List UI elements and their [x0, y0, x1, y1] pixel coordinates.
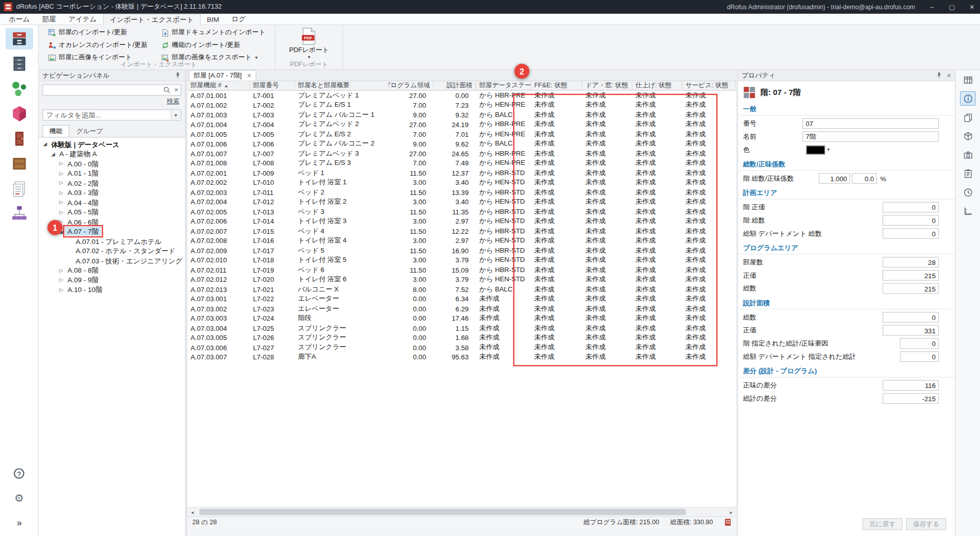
- column-header-2[interactable]: 部屋名と部屋概要: [295, 81, 389, 90]
- right-tool-cube[interactable]: [960, 129, 976, 143]
- expander-expanded-icon[interactable]: ◢: [50, 151, 57, 157]
- expander-collapsed-icon[interactable]: ▷: [58, 180, 65, 186]
- expander-collapsed-icon[interactable]: ▷: [58, 161, 65, 166]
- tree-item-database-root[interactable]: ◢体験版 | データベース: [39, 139, 185, 149]
- property-input-program-gross[interactable]: [883, 283, 939, 294]
- right-tool-camera[interactable]: [960, 148, 976, 162]
- right-tool-clipboard[interactable]: [960, 166, 976, 181]
- property-input-design-gross[interactable]: [883, 312, 939, 323]
- menu-tab-import-export[interactable]: インポート・エクスポート: [103, 14, 200, 25]
- ribbon-button-import-occurrences[interactable]: オカレンスのインポート/更新: [46, 40, 150, 50]
- table-row[interactable]: A.07.01.001L7-001プレミアムベッド 127.000.00から H…: [187, 91, 736, 101]
- expander-collapsed-icon[interactable]: ▷: [58, 277, 65, 283]
- column-header-0[interactable]: 部屋機能 #▲: [187, 81, 250, 90]
- module-reports[interactable]: [5, 178, 33, 200]
- right-tool-measure[interactable]: [960, 204, 976, 218]
- expander-collapsed-icon[interactable]: ▷: [58, 200, 65, 205]
- module-systems[interactable]: [5, 78, 33, 100]
- table-row[interactable]: A.07.02.012L7-020トイレ付 浴室 63.003.79から HEN…: [187, 275, 736, 284]
- tree-item-floor-a02[interactable]: ▷A.02 - 2階: [39, 178, 185, 188]
- table-row[interactable]: A.07.03.003L7-024階段0.0017.46未作成未作成未作成未作成…: [187, 313, 736, 323]
- table-row[interactable]: A.07.02.004L7-012トイレ付 浴室 23.003.40から HEN…: [187, 197, 736, 207]
- right-tool-copy[interactable]: [960, 110, 976, 125]
- property-input-gross-diff[interactable]: [883, 393, 939, 404]
- column-header-6[interactable]: FF&E: 状態: [531, 81, 582, 90]
- expander-expanded-icon[interactable]: ◢: [41, 141, 49, 147]
- property-input-planned-gross[interactable]: [883, 215, 939, 226]
- property-input-program-net[interactable]: [883, 270, 939, 281]
- property-input-gross-net-factor-percent[interactable]: [852, 173, 877, 184]
- search-link[interactable]: 検索: [44, 97, 179, 106]
- close-tab-icon[interactable]: ✕: [247, 72, 251, 79]
- search-input[interactable]: [42, 84, 181, 95]
- table-row[interactable]: A.07.02.006L7-014トイレ付 浴室 33.002.97から HEN…: [187, 216, 736, 226]
- nav-tab-groups[interactable]: グループ: [69, 125, 110, 137]
- undo-button[interactable]: 元に戻す: [863, 518, 902, 530]
- expander-collapsed-icon[interactable]: ▷: [58, 170, 65, 176]
- tree-item-floor-a05[interactable]: ▷A.05 - 5階: [39, 207, 185, 217]
- property-input-name[interactable]: [802, 131, 939, 142]
- property-input-planned-dept-gross[interactable]: [883, 228, 939, 239]
- table-row[interactable]: A.07.03.004L7-025スプリンクラー0.001.15未作成未作成未作…: [187, 323, 736, 333]
- pin-icon[interactable]: [174, 72, 181, 79]
- table-row[interactable]: A.07.03.002L7-023エレベーター0.006.29未作成未作成未作成…: [187, 304, 736, 313]
- column-header-8[interactable]: 仕上げ: 状態: [632, 81, 682, 90]
- settings-gear-icon[interactable]: ⚙: [14, 493, 24, 504]
- ribbon-button-import-room-docs[interactable]: 部屋ドキュメントのインポート: [159, 28, 267, 38]
- property-input-net-diff[interactable]: [883, 380, 939, 391]
- property-input-design-net[interactable]: [883, 325, 939, 336]
- table-row[interactable]: A.07.02.013L7-021バルコニー X8.007.52から BALC未…: [187, 284, 736, 294]
- pin-icon[interactable]: [936, 72, 943, 79]
- expand-chevrons-icon[interactable]: »: [17, 517, 21, 528]
- save-button[interactable]: 保存する: [906, 518, 946, 530]
- clear-search-icon[interactable]: ✕: [174, 87, 179, 93]
- ribbon-button-import-functions[interactable]: 機能のインポート/更新: [159, 40, 267, 50]
- table-row[interactable]: A.07.03.007L7-028廊下A0.0095.63未作成未作成未作成未作…: [187, 352, 736, 362]
- pdf-report-button[interactable]: PDF PDFレポート ▼: [285, 27, 333, 60]
- column-header-7[interactable]: ドア・窓: 状態: [582, 81, 632, 90]
- table-row[interactable]: A.07.03.006L7-027スプリンクラー0.003.58未作成未作成未作…: [187, 343, 736, 352]
- horizontal-scrollbar[interactable]: ◂ ▸: [187, 507, 736, 516]
- property-input-planned-net[interactable]: [883, 202, 939, 213]
- scroll-left-icon[interactable]: ◂: [187, 509, 198, 515]
- tree-item-floor-a03[interactable]: ▷A.03 - 3階: [39, 188, 185, 198]
- expander-collapsed-icon[interactable]: ▷: [58, 209, 65, 215]
- property-input-gross-net-factor-factor[interactable]: [819, 173, 850, 184]
- tree-item-floor-a08[interactable]: ▷A.08 - 8階: [39, 265, 185, 275]
- column-header-1[interactable]: 部屋番号: [250, 81, 295, 90]
- module-bim[interactable]: [5, 103, 33, 125]
- menu-tab-bim[interactable]: BIM: [201, 14, 225, 25]
- search-icon[interactable]: [163, 86, 171, 94]
- property-input-number[interactable]: [802, 118, 939, 129]
- minimize-button[interactable]: –: [924, 0, 940, 14]
- table-row[interactable]: A.07.01.003L7-003プレミアム バルコニー 19.009.32から…: [187, 110, 736, 120]
- help-button[interactable]: ?: [14, 468, 24, 479]
- expander-collapsed-icon[interactable]: ▷: [58, 190, 65, 196]
- ribbon-button-import-rooms[interactable]: 部屋のインポート/更新: [46, 28, 150, 38]
- scrollbar-thumb[interactable]: [199, 509, 685, 515]
- menu-tab-items[interactable]: アイテム: [62, 14, 103, 25]
- table-row[interactable]: A.07.03.005L7-026スプリンクラー0.001.68未作成未作成未作…: [187, 333, 736, 343]
- column-header-9[interactable]: サービス: 状態: [682, 81, 736, 90]
- close-panel-icon[interactable]: ✕: [946, 72, 951, 78]
- module-org[interactable]: [5, 203, 33, 225]
- table-row[interactable]: A.07.02.007L7-015ベッド 411.5012.22から HBR-S…: [187, 226, 736, 236]
- nav-tab-functions[interactable]: 機能: [42, 125, 69, 137]
- property-input-room-count[interactable]: [883, 257, 939, 267]
- table-row[interactable]: A.07.02.011L7-019ベッド 611.5015.09から HBR-S…: [187, 265, 736, 275]
- right-tool-info[interactable]: [960, 91, 976, 106]
- expander-collapsed-icon[interactable]: ▷: [58, 267, 65, 273]
- table-row[interactable]: A.07.01.002L7-002プレミアム E/S 17.007.23から H…: [187, 101, 736, 110]
- property-input-design-dept-total[interactable]: [900, 351, 939, 362]
- table-row[interactable]: A.07.01.007L7-007プレミアムベッド 327.0024.65から …: [187, 149, 736, 158]
- tree-item-dept-a0702[interactable]: A.07.02 - ホテル・スタンダード: [39, 246, 185, 256]
- tree-item-floor-a09[interactable]: ▷A.09 - 9階: [39, 275, 185, 285]
- tree-item-building-a[interactable]: ◢A - 建築物 A: [39, 149, 185, 159]
- table-row[interactable]: A.07.02.005L7-013ベッド 311.5011.35から HBR-S…: [187, 207, 736, 216]
- maximize-button[interactable]: ▢: [944, 0, 960, 14]
- property-input-design-floor-factor[interactable]: [900, 338, 939, 349]
- tree-item-floor-a04[interactable]: ▷A.04 - 4階: [39, 198, 185, 207]
- tree-item-dept-a0701[interactable]: A.07.01 - プレミアムホテル: [39, 236, 185, 246]
- close-button[interactable]: ✕: [964, 0, 980, 14]
- table-row[interactable]: A.07.02.010L7-018トイレ付 浴室 53.003.79から HEN…: [187, 255, 736, 265]
